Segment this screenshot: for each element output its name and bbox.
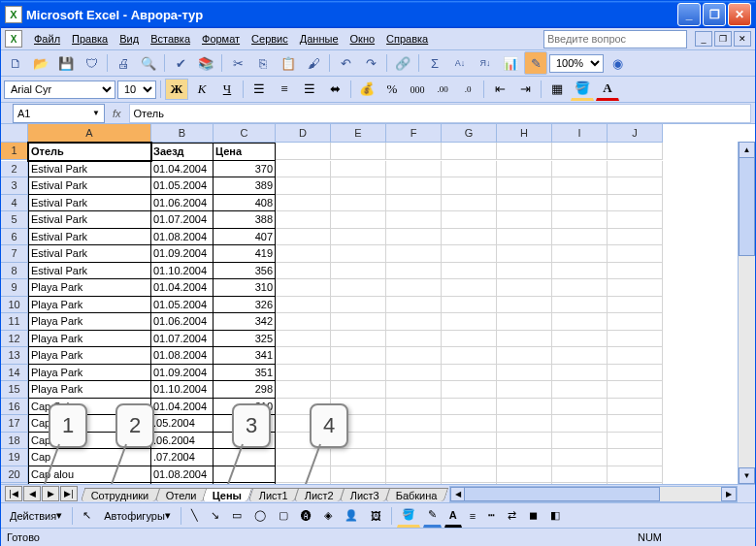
- empty-cell[interactable]: [442, 177, 497, 195]
- currency-button[interactable]: 💰: [355, 79, 378, 100]
- empty-cell[interactable]: [386, 211, 442, 229]
- tab-nav-next-button[interactable]: ▶: [42, 486, 59, 501]
- empty-cell[interactable]: [386, 347, 442, 365]
- empty-cell[interactable]: [331, 313, 386, 331]
- empty-cell[interactable]: [442, 381, 497, 399]
- empty-cell[interactable]: [497, 365, 552, 382]
- empty-cell[interactable]: [276, 195, 331, 212]
- cell-A11[interactable]: Playa Park: [28, 313, 151, 331]
- empty-cell[interactable]: [497, 229, 552, 246]
- empty-cell[interactable]: [608, 433, 663, 450]
- cell-B6[interactable]: 01.08.2004: [151, 229, 214, 246]
- decrease-decimal-button[interactable]: .0: [456, 79, 479, 100]
- empty-cell[interactable]: [608, 279, 663, 297]
- cell-C15[interactable]: 298: [214, 381, 276, 399]
- print-button[interactable]: 🖨: [112, 51, 135, 75]
- menu-view[interactable]: Вид: [114, 31, 145, 47]
- line-color-button[interactable]: ✎: [423, 504, 442, 528]
- empty-cell[interactable]: [331, 279, 386, 297]
- cell-A13[interactable]: Playa Park: [28, 347, 151, 365]
- empty-cell[interactable]: [331, 211, 386, 229]
- empty-cell[interactable]: [442, 297, 497, 314]
- empty-cell[interactable]: [386, 381, 442, 399]
- row-header-15[interactable]: 15: [1, 381, 28, 399]
- empty-cell[interactable]: [276, 381, 331, 399]
- hscroll-thumb[interactable]: [464, 487, 660, 501]
- font-size-select[interactable]: 10: [117, 80, 156, 99]
- underline-button[interactable]: Ч: [215, 79, 239, 100]
- cell-B15[interactable]: 01.10.2004: [151, 381, 214, 399]
- align-center-button[interactable]: ≡: [273, 79, 296, 100]
- row-header-18[interactable]: 18: [1, 433, 28, 450]
- clipart-button[interactable]: 👤: [340, 505, 363, 527]
- line-style-button[interactable]: ≡: [465, 505, 480, 527]
- empty-cell[interactable]: [608, 313, 663, 331]
- textbox-button[interactable]: ▢: [274, 505, 293, 527]
- cell-C14[interactable]: 351: [214, 365, 276, 382]
- cell-C8[interactable]: 356: [214, 263, 276, 280]
- cell-B2[interactable]: 01.04.2004: [151, 161, 214, 178]
- empty-cell[interactable]: [552, 415, 608, 433]
- empty-cell[interactable]: [442, 229, 497, 246]
- row-header-17[interactable]: 17: [1, 415, 28, 433]
- cell-B17[interactable]: .05.2004: [151, 415, 214, 433]
- empty-cell[interactable]: [608, 415, 663, 433]
- align-right-button[interactable]: ☰: [298, 79, 321, 100]
- scroll-up-button[interactable]: ▲: [739, 142, 755, 158]
- menu-window[interactable]: Окно: [345, 31, 381, 47]
- print-preview-button[interactable]: 🔍: [137, 51, 160, 75]
- empty-cell[interactable]: [608, 177, 663, 195]
- save-button[interactable]: 💾: [54, 51, 78, 75]
- col-header-B[interactable]: B: [151, 124, 214, 143]
- empty-cell[interactable]: [552, 381, 608, 399]
- mdi-minimize-button[interactable]: _: [695, 31, 712, 47]
- cell-B7[interactable]: 01.09.2004: [151, 245, 214, 263]
- tab-nav-first-button[interactable]: |◀: [5, 486, 22, 501]
- empty-cell[interactable]: [386, 177, 442, 195]
- arrow-style-button[interactable]: ⇄: [503, 505, 521, 527]
- hyperlink-button[interactable]: 🔗: [391, 51, 414, 75]
- row-header-19[interactable]: 19: [1, 449, 28, 466]
- empty-cell[interactable]: [497, 143, 552, 160]
- empty-cell[interactable]: [442, 195, 497, 212]
- empty-cell[interactable]: [552, 161, 608, 178]
- empty-cell[interactable]: [276, 263, 331, 280]
- 3d-button[interactable]: ◧: [545, 505, 565, 527]
- cell-B8[interactable]: 01.10.2004: [151, 263, 214, 280]
- empty-cell[interactable]: [276, 143, 331, 160]
- empty-cell[interactable]: [386, 161, 442, 178]
- minimize-button[interactable]: _: [677, 3, 701, 26]
- align-left-button[interactable]: ☰: [247, 79, 271, 100]
- percent-button[interactable]: %: [380, 79, 404, 100]
- cell-C19[interactable]: [214, 449, 276, 466]
- menu-tools[interactable]: Сервис: [246, 31, 294, 47]
- undo-button[interactable]: ↶: [334, 51, 357, 75]
- cell-B21[interactable]: 01.09.2004: [151, 483, 214, 484]
- empty-cell[interactable]: [331, 449, 386, 466]
- diagram-button[interactable]: ◈: [319, 505, 337, 527]
- empty-cell[interactable]: [497, 347, 552, 365]
- empty-cell[interactable]: [386, 263, 442, 280]
- menu-file[interactable]: Файл: [28, 31, 66, 47]
- row-header-4[interactable]: 4: [1, 195, 28, 212]
- empty-cell[interactable]: [442, 433, 497, 450]
- empty-cell[interactable]: [608, 331, 663, 348]
- increase-indent-button[interactable]: ⇥: [513, 79, 537, 100]
- empty-cell[interactable]: [386, 143, 442, 160]
- permissions-button[interactable]: 🛡: [80, 51, 103, 75]
- cell-B14[interactable]: 01.09.2004: [151, 365, 214, 382]
- row-header-13[interactable]: 13: [1, 347, 28, 365]
- menu-help[interactable]: Справка: [380, 31, 434, 47]
- empty-cell[interactable]: [552, 365, 608, 382]
- horizontal-scrollbar[interactable]: ◀ ▶: [449, 486, 738, 502]
- cell-C20[interactable]: [214, 466, 276, 484]
- empty-cell[interactable]: [608, 449, 663, 466]
- empty-cell[interactable]: [442, 365, 497, 382]
- draw-actions-button[interactable]: Действия ▾: [5, 505, 67, 527]
- empty-cell[interactable]: [386, 483, 442, 484]
- empty-cell[interactable]: [608, 263, 663, 280]
- empty-cell[interactable]: [552, 399, 608, 416]
- row-header-9[interactable]: 9: [1, 279, 28, 297]
- empty-cell[interactable]: [552, 279, 608, 297]
- oval-button[interactable]: ◯: [249, 505, 271, 527]
